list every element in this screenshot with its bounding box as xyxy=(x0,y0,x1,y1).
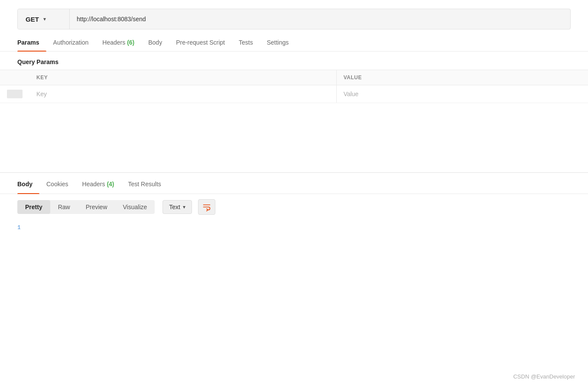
wrap-button[interactable] xyxy=(198,199,215,215)
section-title: Query Params xyxy=(0,52,588,70)
empty-space xyxy=(0,103,588,172)
chevron-down-icon: ▾ xyxy=(43,16,46,22)
response-headers-badge: (4) xyxy=(107,181,114,188)
wrap-icon xyxy=(202,203,211,211)
view-options: Pretty Raw Preview Visualize xyxy=(17,200,155,214)
method-selector[interactable]: GET ▾ xyxy=(18,9,70,29)
line-number-1: 1 xyxy=(17,224,21,231)
code-area: 1 xyxy=(0,220,588,235)
response-tabs-row: Body Cookies Headers (4) Test Results xyxy=(0,175,588,194)
page-wrapper: GET ▾ Params Authorization Headers (6) B… xyxy=(0,0,588,385)
col-value: VALUE xyxy=(336,70,588,85)
format-selector[interactable]: Text ▾ xyxy=(162,200,192,214)
response-tab-body[interactable]: Body xyxy=(17,175,39,194)
response-tab-test-results[interactable]: Test Results xyxy=(121,175,168,194)
value-input-cell[interactable]: Value xyxy=(336,85,588,103)
response-tab-cookies[interactable]: Cookies xyxy=(39,175,75,194)
view-btn-visualize[interactable]: Visualize xyxy=(115,200,155,214)
tab-settings[interactable]: Settings xyxy=(260,35,296,51)
tab-headers[interactable]: Headers (6) xyxy=(95,35,141,51)
key-placeholder: Key xyxy=(36,91,47,97)
tab-authorization[interactable]: Authorization xyxy=(46,35,96,51)
url-bar: GET ▾ xyxy=(17,9,571,29)
tab-params[interactable]: Params xyxy=(17,35,46,51)
tab-body[interactable]: Body xyxy=(141,35,169,51)
table-row: Key Value xyxy=(0,85,588,103)
tab-tests[interactable]: Tests xyxy=(232,35,260,51)
key-input-cell[interactable]: Key xyxy=(29,85,336,103)
value-placeholder: Value xyxy=(344,91,359,97)
col-checkbox xyxy=(0,70,29,85)
format-label: Text xyxy=(169,204,180,210)
watermark: CSDN @EvanDeveloper xyxy=(513,373,575,380)
section-divider xyxy=(0,172,588,173)
url-input[interactable] xyxy=(70,16,570,23)
params-table: KEY VALUE Key Value xyxy=(0,70,588,103)
view-btn-raw[interactable]: Raw xyxy=(50,200,78,214)
view-btn-preview[interactable]: Preview xyxy=(78,200,115,214)
tab-pre-request-script[interactable]: Pre-request Script xyxy=(169,35,232,51)
response-tab-headers[interactable]: Headers (4) xyxy=(75,175,121,194)
response-toolbar: Pretty Raw Preview Visualize Text ▾ xyxy=(0,194,588,220)
col-key: KEY xyxy=(29,70,336,85)
row-checkbox-cell xyxy=(0,85,29,103)
view-btn-pretty[interactable]: Pretty xyxy=(17,200,50,214)
headers-badge: (6) xyxy=(127,39,134,46)
method-label: GET xyxy=(26,16,39,23)
row-checkbox[interactable] xyxy=(7,90,23,98)
request-tabs-row: Params Authorization Headers (6) Body Pr… xyxy=(0,35,588,52)
format-chevron-icon: ▾ xyxy=(183,204,185,210)
